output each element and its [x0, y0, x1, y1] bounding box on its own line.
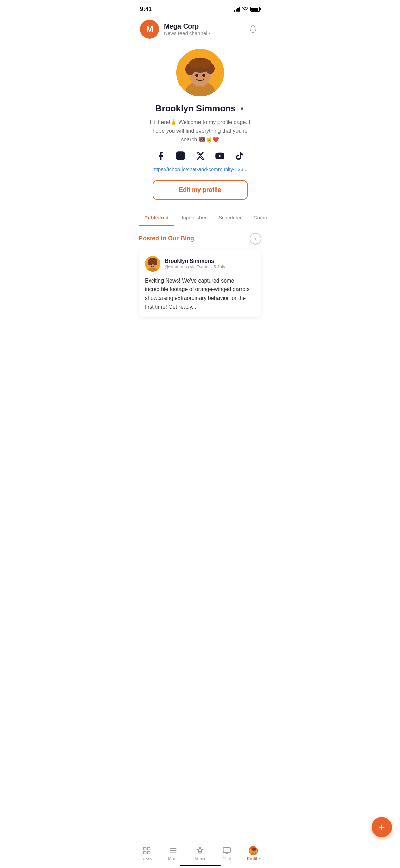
- youtube-icon[interactable]: [215, 151, 225, 161]
- company-logo[interactable]: M: [140, 20, 159, 39]
- svg-point-12: [204, 76, 208, 80]
- svg-point-8: [199, 59, 211, 69]
- tab-comments[interactable]: Comments: [248, 210, 267, 226]
- post-author-avatar: [145, 256, 160, 272]
- company-name: Mega Corp: [164, 22, 242, 30]
- tab-unpublished[interactable]: Unpublished: [174, 210, 213, 226]
- profile-bio: Hi there!✌️ Welcome to my profile page. …: [141, 118, 259, 144]
- content-tabs: Published Unpublished Scheduled Comments: [133, 210, 267, 226]
- tab-published[interactable]: Published: [139, 210, 174, 226]
- channel-selector[interactable]: News feed channel ▾: [164, 30, 242, 36]
- avatar-image: [176, 49, 224, 96]
- profile-name-row: Brooklyn Simmons ♀: [155, 103, 245, 114]
- wifi-icon: [242, 7, 248, 12]
- section-header: Posted in Our Blog: [139, 233, 261, 245]
- svg-point-15: [179, 154, 182, 157]
- profile-name: Brooklyn Simmons: [155, 103, 236, 114]
- header: M Mega Corp News feed channel ▾: [133, 16, 267, 42]
- svg-point-24: [151, 264, 152, 265]
- edit-profile-button[interactable]: Edit my profile: [153, 180, 248, 200]
- profile-link[interactable]: https://tchop.io/chat-and-community-123.…: [152, 166, 247, 172]
- status-icons: [234, 7, 260, 12]
- svg-point-22: [148, 260, 151, 265]
- profile-avatar[interactable]: [176, 49, 224, 96]
- section-channel: Our Blog: [168, 235, 194, 242]
- chevron-right-icon: [253, 236, 258, 241]
- channel-label: News feed channel: [164, 30, 207, 36]
- content-area: Posted in Our Blog: [133, 226, 267, 324]
- instagram-icon[interactable]: [175, 151, 186, 161]
- profile-section: Brooklyn Simmons ♀ Hi there!✌️ Welcome t…: [133, 42, 267, 210]
- battery-icon: [250, 7, 260, 12]
- twitter-x-icon[interactable]: [195, 151, 205, 161]
- notifications-button[interactable]: [246, 22, 260, 36]
- svg-point-9: [195, 74, 198, 77]
- post-text: Exciting News! We've captured some incre…: [145, 276, 255, 311]
- post-card[interactable]: Brooklyn Simmons @simmonss via Twitter ·…: [139, 250, 261, 317]
- header-info: Mega Corp News feed channel ▾: [164, 22, 242, 36]
- svg-point-10: [202, 74, 205, 77]
- tiktok-icon[interactable]: [234, 151, 245, 161]
- status-bar: 9:41: [133, 0, 267, 16]
- tab-scheduled[interactable]: Scheduled: [213, 210, 248, 226]
- signal-icon: [234, 7, 240, 12]
- post-author-row: Brooklyn Simmons @simmonss via Twitter ·…: [145, 256, 255, 272]
- section-navigate-button[interactable]: [250, 233, 261, 245]
- social-icons: [156, 151, 245, 161]
- svg-point-11: [192, 76, 197, 80]
- post-author-info: Brooklyn Simmons @simmonss via Twitter ·…: [165, 258, 225, 269]
- post-meta: @simmonss via Twitter · 5 July: [165, 264, 225, 269]
- svg-point-16: [182, 153, 183, 154]
- post-author-name: Brooklyn Simmons: [165, 258, 225, 264]
- gender-icon: ♀: [239, 104, 245, 113]
- facebook-icon[interactable]: [156, 151, 166, 161]
- status-time: 9:41: [140, 6, 152, 13]
- section-label: Posted in Our Blog: [139, 235, 194, 242]
- svg-point-25: [154, 264, 155, 265]
- svg-point-23: [154, 260, 157, 265]
- chevron-down-icon: ▾: [209, 31, 211, 36]
- bell-icon: [249, 25, 257, 33]
